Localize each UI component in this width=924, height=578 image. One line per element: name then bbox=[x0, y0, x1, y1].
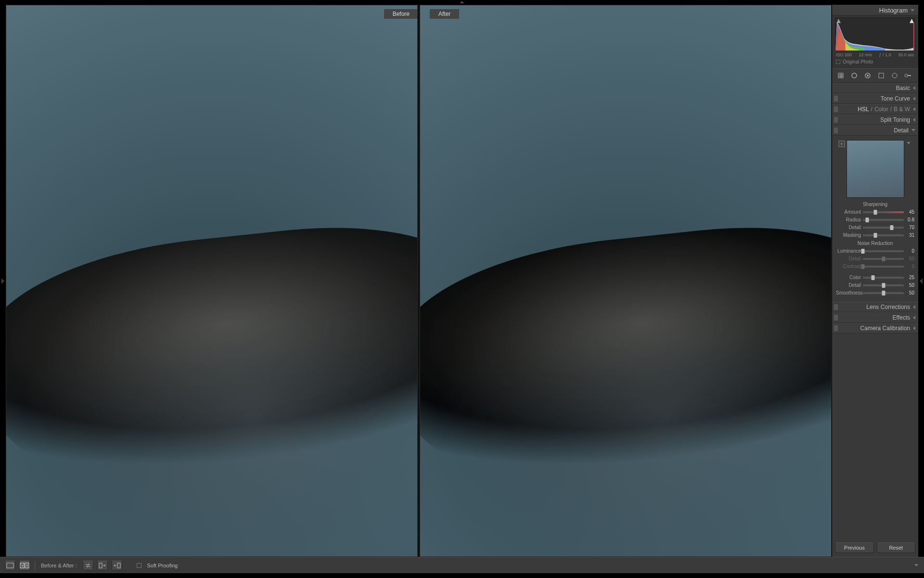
svg-rect-24 bbox=[99, 563, 102, 568]
right-panel: Histogram ISO 200 bbox=[832, 5, 918, 557]
right-panel-toggle[interactable] bbox=[918, 5, 924, 557]
copy-after-button[interactable] bbox=[112, 561, 122, 570]
lens-corrections-panel-header[interactable]: Lens Corrections bbox=[832, 302, 918, 312]
tool-strip bbox=[832, 68, 918, 83]
svg-text:Y: Y bbox=[26, 564, 28, 567]
bottom-buttons: Previous Reset bbox=[832, 539, 918, 557]
svg-rect-4 bbox=[838, 73, 843, 78]
svg-text:Y: Y bbox=[21, 564, 24, 567]
zoom-target-icon[interactable] bbox=[838, 141, 845, 147]
chevron-down-icon[interactable] bbox=[907, 141, 911, 145]
histogram-curve bbox=[835, 18, 915, 51]
redeye-tool[interactable] bbox=[863, 71, 873, 80]
histogram-box: ISO 200 12 mm ƒ / 1.0 30.0 sec Original … bbox=[832, 15, 918, 68]
aperture-value: ƒ / 1.0 bbox=[879, 52, 891, 57]
swap-button[interactable] bbox=[83, 561, 93, 570]
luminance-slider[interactable]: Luminance0 bbox=[836, 247, 914, 255]
smoothness-slider[interactable]: Smoothness50 bbox=[836, 289, 914, 296]
previous-button[interactable]: Previous bbox=[835, 542, 874, 553]
tone-curve-panel-header[interactable]: Tone Curve bbox=[832, 93, 918, 104]
svg-point-14 bbox=[905, 74, 908, 77]
camera-calibration-panel-header[interactable]: Camera Calibration bbox=[832, 323, 918, 334]
grad-filter-tool[interactable] bbox=[876, 71, 886, 80]
color-detail-slider[interactable]: Detail50 bbox=[836, 282, 914, 289]
panel-switch-icon[interactable] bbox=[834, 315, 838, 321]
svg-marker-0 bbox=[460, 1, 464, 3]
shutter-value: 30.0 sec bbox=[898, 52, 914, 57]
original-photo-checkbox[interactable]: Original Photo bbox=[835, 57, 915, 67]
exposure-meta: ISO 200 12 mm ƒ / 1.0 30.0 sec bbox=[835, 51, 915, 57]
before-label: Before bbox=[384, 9, 418, 19]
compare-viewer: Before After bbox=[6, 5, 832, 557]
masking-slider[interactable]: Masking31 bbox=[836, 231, 914, 239]
main-row: Before After Histogram bbox=[0, 5, 924, 557]
split-toning-panel-header[interactable]: Split Toning bbox=[832, 115, 918, 125]
crop-tool[interactable] bbox=[836, 71, 846, 80]
compare-view-button[interactable]: YY bbox=[19, 561, 30, 570]
svg-rect-19 bbox=[7, 563, 13, 568]
lum-contrast-slider: Contrast0 bbox=[836, 263, 914, 270]
top-grip-icon bbox=[455, 1, 469, 3]
lum-detail-slider: Detail50 bbox=[836, 255, 914, 262]
sharpening-title: Sharpening bbox=[836, 202, 914, 207]
panel-switch-icon[interactable] bbox=[834, 117, 838, 123]
reset-button[interactable]: Reset bbox=[877, 542, 916, 553]
divider bbox=[35, 561, 35, 570]
soft-proofing-label: Soft Proofing bbox=[147, 563, 178, 568]
panel-spacer bbox=[832, 334, 918, 539]
svg-rect-12 bbox=[879, 73, 884, 78]
svg-point-9 bbox=[852, 73, 857, 78]
panel-switch-icon[interactable] bbox=[834, 325, 838, 331]
copy-before-button[interactable] bbox=[97, 561, 108, 570]
after-pane[interactable]: After bbox=[420, 5, 832, 557]
top-edge[interactable] bbox=[0, 0, 924, 5]
spot-tool[interactable] bbox=[849, 71, 859, 80]
radius-slider[interactable]: Radius0.8 bbox=[836, 216, 914, 223]
chevron-down-icon bbox=[911, 8, 914, 13]
radial-filter-tool[interactable] bbox=[890, 71, 899, 80]
histogram-title: Histogram bbox=[879, 7, 908, 14]
detail-slider[interactable]: Detail70 bbox=[836, 224, 914, 231]
panel-switch-icon[interactable] bbox=[834, 304, 838, 310]
chevron-left-icon bbox=[913, 86, 915, 91]
panel-switch-icon[interactable] bbox=[834, 128, 838, 133]
checkbox-icon bbox=[836, 60, 840, 64]
chevron-down-icon bbox=[911, 128, 915, 133]
before-pane[interactable]: Before bbox=[6, 5, 418, 557]
brush-tool[interactable] bbox=[903, 71, 913, 80]
detail-panel-header[interactable]: Detail bbox=[832, 125, 918, 136]
bottom-grip-icon bbox=[455, 574, 469, 578]
histogram-header[interactable]: Histogram bbox=[832, 5, 918, 15]
noise-reduction-title: Noise Reduction bbox=[836, 241, 914, 246]
svg-point-11 bbox=[867, 75, 869, 77]
panel-switch-icon[interactable] bbox=[834, 106, 838, 112]
bottom-edge[interactable] bbox=[0, 573, 924, 578]
loupe-view-button[interactable] bbox=[5, 561, 15, 570]
detail-panel-body: Sharpening Amount45 Radius0.8 Detail70 M… bbox=[832, 136, 918, 302]
left-panel-toggle[interactable] bbox=[0, 5, 6, 557]
svg-rect-3 bbox=[913, 23, 914, 51]
hsl-panel-header[interactable]: HSL/Color/B & W bbox=[832, 104, 918, 115]
basic-panel-header[interactable]: Basic bbox=[832, 83, 918, 93]
effects-panel-header[interactable]: Effects bbox=[832, 312, 918, 323]
focal-value: 12 mm bbox=[859, 52, 872, 57]
histogram[interactable] bbox=[835, 17, 915, 51]
after-label: After bbox=[430, 9, 459, 19]
app-root: Before After Histogram bbox=[0, 0, 924, 578]
bottom-toolbar: YY Before & After : Soft Proofing bbox=[0, 557, 924, 573]
amount-slider[interactable]: Amount45 bbox=[836, 208, 914, 216]
iso-value: ISO 200 bbox=[836, 52, 852, 57]
panel-switch-icon[interactable] bbox=[834, 96, 838, 102]
detail-preview[interactable] bbox=[847, 140, 904, 198]
svg-point-13 bbox=[892, 73, 897, 78]
before-after-label: Before & After : bbox=[41, 563, 77, 568]
soft-proofing-checkbox[interactable] bbox=[137, 563, 141, 568]
color-nr-slider[interactable]: Color25 bbox=[836, 274, 914, 281]
svg-rect-25 bbox=[117, 563, 120, 568]
toolbar-menu-icon[interactable] bbox=[914, 563, 919, 568]
